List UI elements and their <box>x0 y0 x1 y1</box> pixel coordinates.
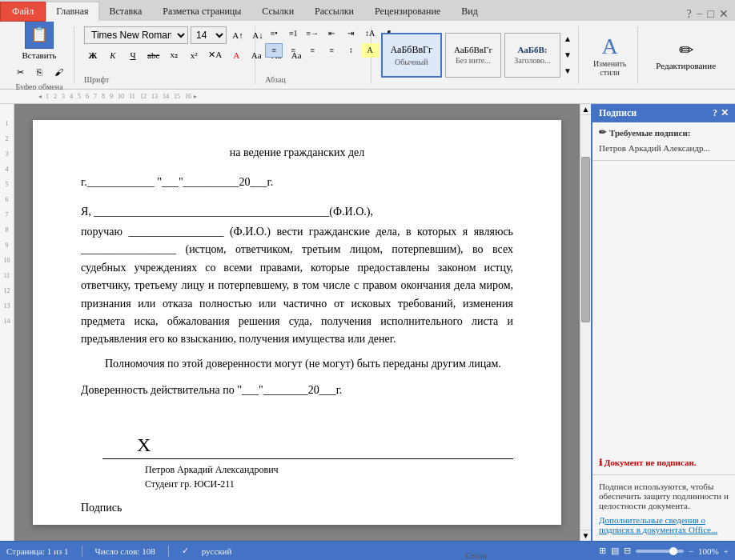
format-painter-button[interactable]: 🖌 <box>50 65 67 79</box>
document-page[interactable]: на ведение гражданских дел г.___________… <box>33 120 561 525</box>
align-justify-button[interactable]: ≡ <box>323 43 340 58</box>
bullet-list-button[interactable]: ≡• <box>265 26 283 41</box>
zoom-thumb[interactable] <box>669 547 677 555</box>
align-left-button[interactable]: ≡ <box>265 43 283 58</box>
multilevel-list-button[interactable]: ≡→ <box>303 26 321 41</box>
heading-label: Заголово... <box>514 56 550 65</box>
font-color-button[interactable]: A <box>227 46 245 64</box>
font-name-select[interactable]: Times New Roman <box>84 26 188 44</box>
scrollbar-thumb[interactable] <box>581 157 590 322</box>
normal-style-label: Обычный <box>395 58 428 66</box>
spell-icon[interactable]: ✓ <box>182 546 189 556</box>
no-spacing-style-button[interactable]: АаБбВвГг Без инте... <box>445 33 501 78</box>
required-signatures-section: ✏ Требуемые подписи: Петров Аркадий Алек… <box>592 122 735 161</box>
tab-view[interactable]: Вид <box>451 2 488 21</box>
sig-underline <box>102 458 513 459</box>
font-group: Times New Roman 14 A↑ A↓ Ж К Ч abc x₂ x²… <box>78 26 255 84</box>
change-style-label: Изменить стили <box>593 59 627 77</box>
sig-panel-link[interactable]: Дополнительные сведения о подписях в док… <box>599 515 717 534</box>
doc-line2: г.____________ "___"__________20___г. <box>81 174 273 190</box>
view-layout-button[interactable]: ▤ <box>611 546 619 556</box>
vertical-scrollbar[interactable]: ▲ ▼ <box>580 104 591 541</box>
sig-panel-help[interactable]: ? <box>713 107 717 119</box>
sig-x-row: Х <box>81 430 513 459</box>
change-style-button[interactable]: A Изменить стили <box>588 32 632 78</box>
italic-button[interactable]: К <box>104 46 122 64</box>
help-icon[interactable]: ? <box>686 8 691 21</box>
pen-icon: ✏ <box>599 127 606 138</box>
sig-panel-title: Подписи <box>599 107 637 119</box>
tab-insert[interactable]: Вставка <box>99 2 153 21</box>
paste-button[interactable]: 📋 Вставить <box>18 18 62 62</box>
zoom-section: ⊞ ▤ ⊟ − 100% + <box>599 546 729 556</box>
ruler: ◂ 1 2 3 4 5 6 7 8 9 10 11 12 13 14 15 16… <box>0 90 735 104</box>
tab-page-layout[interactable]: Разметка страницы <box>152 2 251 21</box>
sig-role: Студент гр. ЮСИ-211 <box>145 477 513 491</box>
editing-icon: ✏ <box>679 40 693 61</box>
doc-title-line: на ведение гражданских дел <box>81 144 513 161</box>
superscript-button[interactable]: x² <box>185 46 203 64</box>
status-sep-1 <box>82 546 82 557</box>
increase-indent-button[interactable]: ⇥ <box>342 26 359 41</box>
signer-name-item[interactable]: Петров Аркадий Александр... <box>599 141 729 155</box>
clear-format-button[interactable]: ✕A <box>205 46 225 64</box>
scroll-up-button[interactable]: ▲ <box>580 104 591 115</box>
doc-validity-line: Доверенность действительна по "___"_____… <box>81 382 513 398</box>
styles-scroll-down[interactable]: ▼ <box>564 50 572 59</box>
styles-label: Стили <box>465 550 487 560</box>
heading-style-button[interactable]: АаБбВ: Заголово... <box>504 33 560 78</box>
word-count: Число слов: 108 <box>95 546 155 556</box>
view-normal-button[interactable]: ⊞ <box>599 546 606 556</box>
copy-button[interactable]: ⎘ <box>30 65 48 79</box>
sig-desc: Подписи используются, чтобы обеспечить з… <box>592 475 735 541</box>
para-label: Абзац <box>265 74 286 84</box>
doc-para1-first: Я, _____________________________________… <box>81 203 513 220</box>
document-area[interactable]: на ведение гражданских дел г.___________… <box>14 104 580 541</box>
restore-icon[interactable]: □ <box>708 8 714 21</box>
page-info: Страница: 1 из 1 <box>6 546 69 556</box>
editing-button[interactable]: ✏ Редактирование <box>648 38 724 72</box>
scrollbar-track[interactable] <box>580 115 591 530</box>
tab-mailings[interactable]: Рассылки <box>304 2 364 21</box>
numbered-list-button[interactable]: ≡1 <box>284 26 302 41</box>
tab-home[interactable]: Главная <box>46 2 98 22</box>
normal-style-button[interactable]: АаБбВвГг Обычный <box>381 33 442 78</box>
underline-button[interactable]: Ч <box>124 46 142 64</box>
tab-review[interactable]: Рецензирование <box>364 2 451 21</box>
doc-main-para: Я, _____________________________________… <box>81 203 513 349</box>
doc-para2: Полномочия по этой доверенности могут (н… <box>81 355 513 372</box>
strikethrough-button[interactable]: abc <box>144 46 163 64</box>
zoom-slider[interactable] <box>636 550 684 553</box>
zoom-out-button[interactable]: − <box>689 546 693 556</box>
cut-button[interactable]: ✂ <box>11 65 29 79</box>
view-web-button[interactable]: ⊟ <box>624 546 631 556</box>
paste-label: Вставить <box>22 50 57 60</box>
tab-references[interactable]: Ссылки <box>251 2 304 21</box>
tab-file[interactable]: Файл <box>0 2 46 22</box>
editing-label: Редактирование <box>656 61 716 70</box>
sig-desc-text: Подписи используются, чтобы обеспечить з… <box>599 482 729 510</box>
styles-scroll-up[interactable]: ▲ <box>564 34 572 43</box>
signature-section: Х Петров Аркадий Александрович Студент г… <box>81 430 513 516</box>
no-spacing-label: Без инте... <box>456 56 491 65</box>
line-spacing-button[interactable]: ↕ <box>342 43 359 58</box>
status-sep-2 <box>168 546 169 557</box>
minimize-icon[interactable]: − <box>697 8 703 21</box>
align-right-button[interactable]: ≡ <box>303 43 321 58</box>
close-icon[interactable]: ✕ <box>719 7 729 21</box>
scroll-down-button[interactable]: ▼ <box>580 530 591 541</box>
change-style-icon: A <box>601 34 617 59</box>
zoom-in-button[interactable]: + <box>724 546 729 556</box>
bold-button[interactable]: Ж <box>84 46 102 64</box>
doc-line1: на ведение гражданских дел <box>230 146 365 158</box>
doc-date-line: г.____________ "___"__________20___г. <box>81 174 513 190</box>
decrease-indent-button[interactable]: ⇤ <box>323 26 340 41</box>
increase-font-button[interactable]: A↑ <box>229 26 247 44</box>
align-center-button[interactable]: ≡ <box>284 43 302 58</box>
subscript-button[interactable]: x₂ <box>165 46 183 64</box>
font-size-select[interactable]: 14 <box>191 26 227 44</box>
doc-para2-text: Полномочия по этой доверенности могут (н… <box>105 358 501 370</box>
sig-panel-close-button[interactable]: ✕ <box>721 107 729 119</box>
styles-expand[interactable]: ▼ <box>564 66 572 75</box>
status-bar: Страница: 1 из 1 Число слов: 108 ✓ русск… <box>0 541 735 560</box>
